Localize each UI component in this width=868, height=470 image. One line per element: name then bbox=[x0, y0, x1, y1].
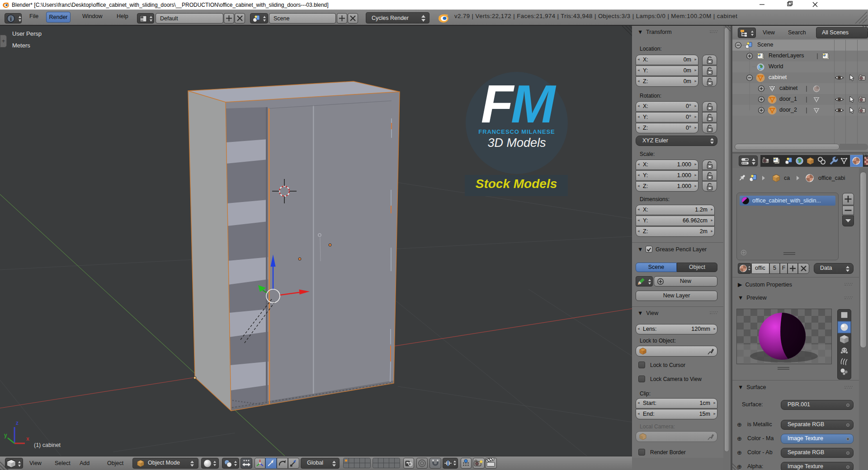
svg-text:z: z bbox=[16, 420, 19, 426]
svg-text:x: x bbox=[26, 436, 29, 442]
svg-text:y: y bbox=[4, 432, 7, 438]
svg-text:i: i bbox=[10, 15, 12, 22]
